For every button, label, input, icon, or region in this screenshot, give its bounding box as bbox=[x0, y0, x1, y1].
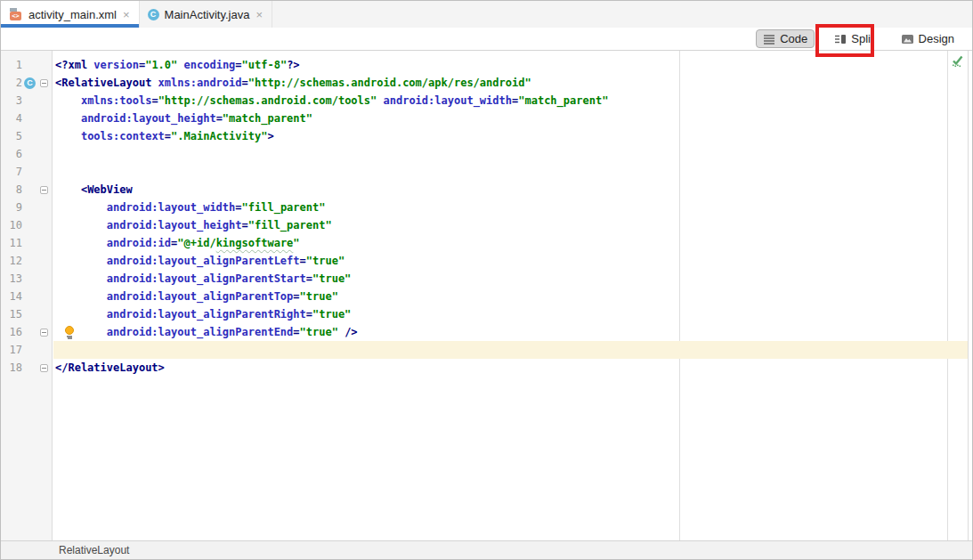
code-line[interactable]: <WebView bbox=[53, 181, 968, 199]
code-token: = bbox=[293, 326, 299, 338]
code-token: = bbox=[242, 219, 248, 231]
code-mode-button[interactable]: Code bbox=[756, 29, 815, 48]
tab-activity-main-xml[interactable]: <> activity_main.xml × bbox=[1, 1, 140, 28]
code-token bbox=[377, 94, 383, 107]
close-icon[interactable]: × bbox=[255, 9, 264, 20]
code-line[interactable]: android:layout_alignParentStart="true" bbox=[53, 270, 968, 288]
code-token: "@+id/ bbox=[177, 237, 215, 249]
editor-mode-toolbar: Code Split Design bbox=[1, 28, 972, 51]
code-token bbox=[177, 59, 183, 71]
code-token: = bbox=[151, 94, 158, 107]
code-token: "http://schemas.android.com/apk/res/andr… bbox=[248, 77, 531, 89]
code-line[interactable]: android:layout_width="fill_parent" bbox=[53, 199, 968, 216]
code-line[interactable]: android:layout_alignParentEnd="true" /> bbox=[53, 323, 968, 341]
code-token: > bbox=[267, 130, 273, 142]
code-line[interactable]: android:layout_height="match_parent" bbox=[53, 110, 968, 127]
code-line[interactable] bbox=[53, 163, 968, 181]
code-lines-icon bbox=[763, 33, 775, 45]
line-number: 3 bbox=[1, 94, 22, 107]
code-token: "1.0" bbox=[145, 59, 177, 71]
code-editor[interactable]: 12C3456789101112131415161718 <?xml versi… bbox=[1, 51, 972, 540]
tab-mainactivity-java[interactable]: C MainActivity.java × bbox=[140, 1, 272, 28]
editor-tab-bar: <> activity_main.xml × C MainActivity.ja… bbox=[1, 1, 972, 28]
line-number: 4 bbox=[1, 112, 22, 125]
code-token bbox=[55, 290, 107, 303]
code-token: android:layout_alignParentStart bbox=[107, 272, 306, 285]
code-token bbox=[55, 183, 81, 196]
gutter-row: 9 bbox=[1, 199, 52, 216]
gutter-row: 13 bbox=[1, 270, 52, 288]
code-token: xmlns:tools bbox=[81, 94, 151, 107]
line-number: 9 bbox=[1, 201, 22, 214]
code-token: encoding bbox=[184, 59, 236, 71]
gutter-row: 11 bbox=[1, 234, 52, 252]
code-token bbox=[55, 326, 107, 338]
line-number: 2 bbox=[1, 77, 22, 89]
code-line[interactable]: android:layout_alignParentRight="true" bbox=[53, 305, 968, 323]
code-token: = bbox=[242, 77, 248, 89]
design-mode-button[interactable]: Design bbox=[894, 29, 961, 48]
intention-lightbulb-icon[interactable] bbox=[64, 326, 75, 339]
code-token bbox=[55, 308, 107, 321]
gutter-row: 7 bbox=[1, 163, 52, 181]
code-token: kingsoftware bbox=[216, 237, 294, 249]
code-token: /> bbox=[338, 326, 358, 338]
code-token: android:layout_height bbox=[81, 112, 216, 125]
code-token: = bbox=[165, 130, 171, 142]
gutter-row: 14 bbox=[1, 288, 52, 305]
code-token: "utf-8" bbox=[242, 59, 288, 71]
code-line[interactable]: <?xml version="1.0" encoding="utf-8"?> bbox=[53, 56, 968, 74]
line-number: 18 bbox=[1, 361, 22, 374]
line-number: 16 bbox=[1, 326, 22, 338]
code-line[interactable]: android:layout_alignParentTop="true" bbox=[53, 288, 968, 305]
gutter-row: 18 bbox=[1, 359, 52, 377]
related-class-gutter-icon[interactable]: C bbox=[24, 77, 36, 89]
gutter-row: 8 bbox=[1, 181, 52, 199]
line-number: 17 bbox=[1, 344, 22, 356]
line-number: 10 bbox=[1, 219, 22, 231]
fold-marker-icon[interactable] bbox=[40, 364, 48, 372]
code-token: " bbox=[293, 237, 299, 249]
code-token: = bbox=[293, 290, 299, 303]
code-token: android:id bbox=[107, 237, 171, 249]
line-number: 1 bbox=[1, 59, 22, 71]
gutter-row: 3 bbox=[1, 92, 52, 110]
line-number: 14 bbox=[1, 290, 22, 303]
inspections-ok-check-icon[interactable] bbox=[950, 53, 964, 68]
error-stripe-scrollbar[interactable] bbox=[968, 51, 972, 540]
code-token: ?> bbox=[287, 59, 299, 71]
ide-window: <> activity_main.xml × C MainActivity.ja… bbox=[0, 0, 973, 560]
code-token: <?xml bbox=[55, 59, 93, 71]
breadcrumb[interactable]: RelativeLayout bbox=[59, 544, 129, 556]
code-line[interactable] bbox=[53, 341, 968, 359]
fold-marker-icon[interactable] bbox=[40, 79, 48, 87]
code-token: = bbox=[216, 112, 223, 125]
fold-marker-icon[interactable] bbox=[40, 329, 48, 337]
code-token: "match_parent" bbox=[518, 94, 608, 107]
fold-marker-icon[interactable] bbox=[40, 186, 48, 194]
line-number: 6 bbox=[1, 148, 22, 160]
code-line[interactable]: </RelativeLayout> bbox=[53, 359, 968, 377]
code-line[interactable]: xmlns:tools="http://schemas.android.com/… bbox=[53, 92, 968, 110]
code-line[interactable]: tools:context=".MainActivity"> bbox=[53, 127, 968, 145]
split-view-icon bbox=[834, 33, 847, 45]
code-area[interactable]: <?xml version="1.0" encoding="utf-8"?><R… bbox=[53, 51, 968, 540]
code-line[interactable] bbox=[53, 145, 968, 163]
code-token: tools:context bbox=[81, 130, 165, 142]
split-mode-button[interactable]: Split bbox=[827, 29, 880, 48]
code-line[interactable]: android:layout_height="fill_parent" bbox=[53, 216, 968, 234]
line-number: 11 bbox=[1, 237, 22, 249]
code-token: = bbox=[306, 308, 312, 321]
tab-label: activity_main.xml bbox=[28, 8, 117, 21]
code-line[interactable]: android:id="@+id/kingsoftware" bbox=[53, 234, 968, 252]
code-token: = bbox=[235, 59, 241, 71]
code-line[interactable]: android:layout_alignParentLeft="true" bbox=[53, 252, 968, 270]
code-token: ".MainActivity" bbox=[171, 130, 267, 142]
gutter-row: 10 bbox=[1, 216, 52, 234]
line-number: 8 bbox=[1, 183, 22, 196]
gutter-row: 17 bbox=[1, 341, 52, 359]
code-token: android:layout_alignParentLeft bbox=[107, 255, 300, 267]
code-token: android:layout_width bbox=[384, 94, 513, 107]
code-line[interactable]: <RelativeLayout xmlns:android="http://sc… bbox=[53, 74, 968, 92]
close-icon[interactable]: × bbox=[122, 9, 131, 20]
